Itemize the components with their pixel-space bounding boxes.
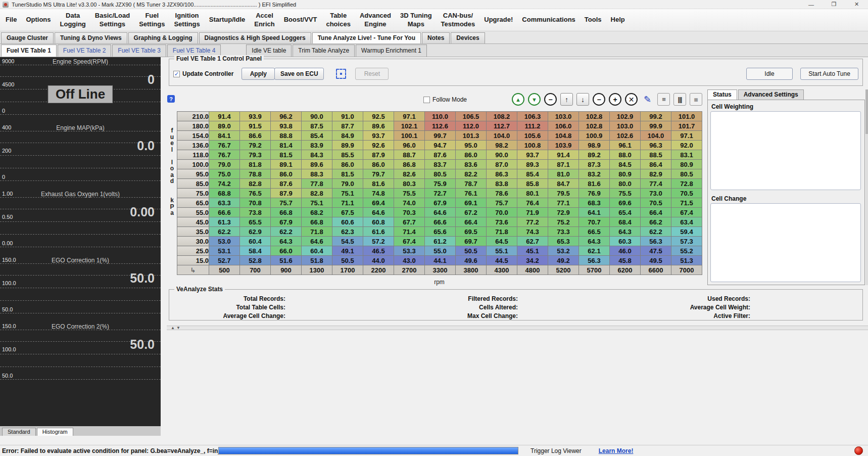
ve-cell[interactable]: 85.5 xyxy=(332,150,363,160)
select-columns-icon[interactable]: ||| xyxy=(673,93,686,106)
learn-more-link[interactable]: Learn More! xyxy=(599,447,634,454)
divider-toggle-icons[interactable]: ▲▼ xyxy=(171,326,182,330)
ve-cell[interactable]: 53.1 xyxy=(209,246,240,256)
ve-cell[interactable]: 81.8 xyxy=(240,160,271,169)
ve-cell[interactable]: 51.8 xyxy=(302,256,332,265)
ve-cell[interactable]: 81.5 xyxy=(332,169,363,179)
ve-cell[interactable]: 93.7 xyxy=(517,150,548,160)
menu-item-table-choices[interactable]: Table choices xyxy=(321,11,355,30)
ve-cell[interactable]: 101.3 xyxy=(456,131,487,141)
ve-cell[interactable]: 60.3 xyxy=(610,237,641,246)
ve-cell[interactable]: 102.6 xyxy=(610,131,641,141)
ve-cell[interactable]: 81.0 xyxy=(548,169,579,179)
ve-cell[interactable]: 112.0 xyxy=(456,121,487,131)
ve-cell[interactable]: 34.2 xyxy=(517,256,548,265)
ve-cell[interactable]: 76.1 xyxy=(456,189,487,198)
save-on-ecu-button[interactable]: Save on ECU xyxy=(274,68,324,80)
ve-cell[interactable]: 66.2 xyxy=(641,217,671,227)
ve-cell[interactable]: 79.0 xyxy=(332,179,363,189)
tab-gauge-cluster[interactable]: Gauge Cluster xyxy=(1,32,54,43)
ve-cell[interactable]: 82.2 xyxy=(456,169,487,179)
ve-cell[interactable]: 61.3 xyxy=(209,217,240,227)
ve-cell[interactable]: 88.5 xyxy=(641,150,671,160)
reset-button[interactable]: Reset xyxy=(355,68,389,80)
trigger-log-viewer[interactable]: Trigger Log Viewer xyxy=(531,447,582,454)
ve-cell[interactable]: 53.2 xyxy=(548,246,579,256)
ve-cell[interactable]: 43.0 xyxy=(394,256,425,265)
minimize-icon[interactable]: — xyxy=(800,0,823,9)
ve-cell[interactable]: 79.2 xyxy=(240,141,271,150)
ve-cell[interactable]: 70.0 xyxy=(487,208,517,217)
ve-cell[interactable]: 47.5 xyxy=(641,246,671,256)
ve-cell[interactable]: 110.0 xyxy=(425,112,456,121)
tab-fuel-ve-table-1[interactable]: Fuel VE Table 1 xyxy=(1,44,57,57)
ve-cell[interactable]: 106.0 xyxy=(548,121,579,131)
menu-item-help[interactable]: Help xyxy=(606,15,630,25)
ve-cell[interactable]: 82.8 xyxy=(240,179,271,189)
ve-cell[interactable]: 85.4 xyxy=(302,131,332,141)
ve-cell[interactable]: 104.0 xyxy=(641,131,671,141)
ve-cell[interactable]: 77.8 xyxy=(302,179,332,189)
ve-cell[interactable]: 63.4 xyxy=(671,217,702,227)
expand-view-icon[interactable] xyxy=(336,69,346,79)
ve-cell[interactable]: 86.0 xyxy=(271,169,302,179)
ve-cell[interactable]: 69.1 xyxy=(456,198,487,208)
ve-cell[interactable]: 69.7 xyxy=(456,237,487,246)
ve-cell[interactable]: 99.9 xyxy=(641,121,671,131)
ve-cell[interactable]: 92.5 xyxy=(363,112,394,121)
ve-cell[interactable]: 66.4 xyxy=(641,208,671,217)
menu-item-fuel-settings[interactable]: Fuel Settings xyxy=(134,11,169,30)
ve-cell[interactable]: 67.7 xyxy=(394,217,425,227)
ve-cell[interactable]: 44.5 xyxy=(487,256,517,265)
ve-cell[interactable]: 103.0 xyxy=(610,121,641,131)
ve-cell[interactable]: 75.0 xyxy=(209,169,240,179)
ve-cell[interactable]: 81.5 xyxy=(271,150,302,160)
ve-cell[interactable]: 68.4 xyxy=(610,217,641,227)
ve-cell[interactable]: 75.5 xyxy=(610,189,641,198)
ve-cell[interactable]: 89.0 xyxy=(209,121,240,131)
ve-cell[interactable]: 62.2 xyxy=(271,227,302,237)
ve-cell[interactable]: 56.3 xyxy=(641,237,671,246)
ve-cell[interactable]: 92.0 xyxy=(671,141,702,150)
ve-cell[interactable]: 88.3 xyxy=(302,169,332,179)
ve-cell[interactable]: 65.5 xyxy=(240,217,271,227)
ve-cell[interactable]: 88.7 xyxy=(394,150,425,160)
menu-item-file[interactable]: File xyxy=(1,15,21,25)
ve-cell[interactable]: 93.9 xyxy=(240,112,271,121)
ve-cell[interactable]: 68.3 xyxy=(579,198,610,208)
ve-cell[interactable]: 91.0 xyxy=(332,112,363,121)
ve-cell[interactable]: 46.0 xyxy=(610,246,641,256)
ve-cell[interactable]: 64.3 xyxy=(271,237,302,246)
ve-cell[interactable]: 104.0 xyxy=(487,131,517,141)
ve-cell[interactable]: 82.6 xyxy=(394,169,425,179)
scrollbar-thumb[interactable] xyxy=(865,89,868,134)
tab-diagnostics-high-speed-loggers[interactable]: Diagnostics & High Speed Loggers xyxy=(199,32,311,43)
ve-cell[interactable]: 89.9 xyxy=(332,141,363,150)
start-auto-tune-button[interactable]: Start Auto Tune xyxy=(800,68,858,80)
smooth-cells-icon[interactable]: − xyxy=(544,93,557,106)
menu-item-startup-idle[interactable]: Startup/Idle xyxy=(205,15,250,25)
ve-cell[interactable]: 85.8 xyxy=(517,179,548,189)
menu-item-basic-load-settings[interactable]: Basic/Load Settings xyxy=(90,11,134,30)
ve-cell[interactable]: 69.6 xyxy=(610,198,641,208)
ve-cell[interactable]: 90.0 xyxy=(487,150,517,160)
ve-cell[interactable]: 91.4 xyxy=(548,150,579,160)
ve-cell[interactable]: 103.9 xyxy=(548,141,579,150)
ve-cell[interactable]: 95.0 xyxy=(456,141,487,150)
ve-cell[interactable]: 96.0 xyxy=(394,141,425,150)
ve-cell[interactable]: 91.5 xyxy=(240,121,271,131)
menu-item-boost-vvt[interactable]: Boost/VVT xyxy=(279,15,322,25)
ve-cell[interactable]: 89.6 xyxy=(302,160,332,169)
tab-tuning-dyno-views[interactable]: Tuning & Dyno Views xyxy=(55,32,127,43)
ve-cell[interactable]: 102.8 xyxy=(579,112,610,121)
apply-button[interactable]: Apply xyxy=(242,68,275,80)
ve-cell[interactable]: 79.0 xyxy=(209,160,240,169)
ve-cell[interactable]: 65.3 xyxy=(548,237,579,246)
ve-cell[interactable]: 53.3 xyxy=(394,246,425,256)
ve-cell[interactable]: 76.7 xyxy=(209,141,240,150)
ve-cell[interactable]: 66.4 xyxy=(456,217,487,227)
ve-cell[interactable]: 55.1 xyxy=(487,246,517,256)
ve-cell[interactable]: 61.6 xyxy=(363,227,394,237)
ve-cell[interactable]: 64.3 xyxy=(579,237,610,246)
ve-cell[interactable]: 83.9 xyxy=(302,141,332,150)
